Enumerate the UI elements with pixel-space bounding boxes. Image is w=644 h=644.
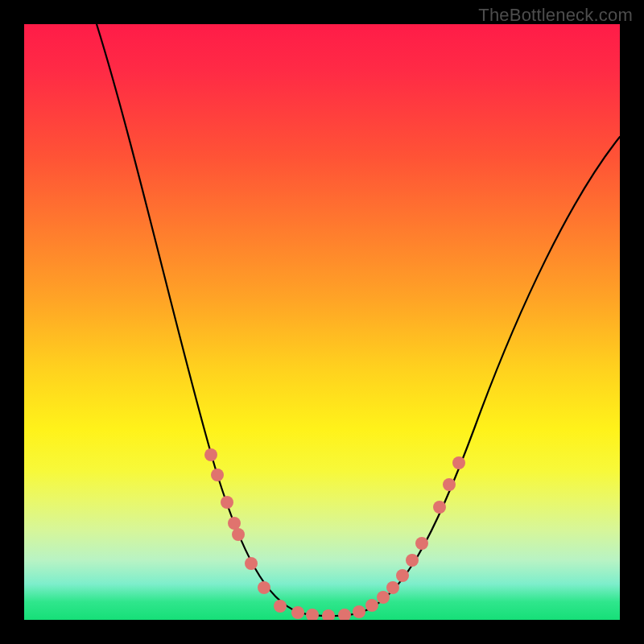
- marker-left-4: [232, 528, 245, 541]
- curve-layer: [24, 24, 620, 620]
- marker-bottom-2: [322, 609, 335, 620]
- watermark-text: TheBottleneck.com: [478, 5, 633, 26]
- marker-bottom-4: [353, 605, 365, 618]
- marker-right-6: [433, 501, 446, 514]
- marker-left-2: [221, 496, 233, 509]
- marker-right-8: [452, 456, 465, 469]
- marker-right-7: [443, 478, 456, 491]
- marker-group: [204, 448, 465, 620]
- marker-bottom-3: [338, 609, 351, 620]
- marker-bottom-1: [306, 609, 319, 620]
- marker-left-7: [274, 600, 287, 613]
- marker-left-6: [258, 581, 270, 594]
- marker-right-4: [406, 554, 419, 567]
- marker-left-5: [245, 557, 258, 570]
- bottleneck-curve: [97, 24, 620, 616]
- marker-right-3: [396, 569, 409, 582]
- marker-right-1: [377, 591, 390, 604]
- marker-bottom-0: [291, 606, 304, 619]
- marker-left-0: [204, 448, 217, 461]
- marker-right-2: [386, 581, 399, 594]
- chart-frame: TheBottleneck.com: [0, 0, 644, 644]
- marker-right-5: [415, 537, 428, 550]
- marker-left-3: [228, 517, 241, 530]
- marker-right-0: [365, 599, 378, 612]
- marker-left-1: [211, 469, 224, 481]
- plot-area: [24, 24, 620, 620]
